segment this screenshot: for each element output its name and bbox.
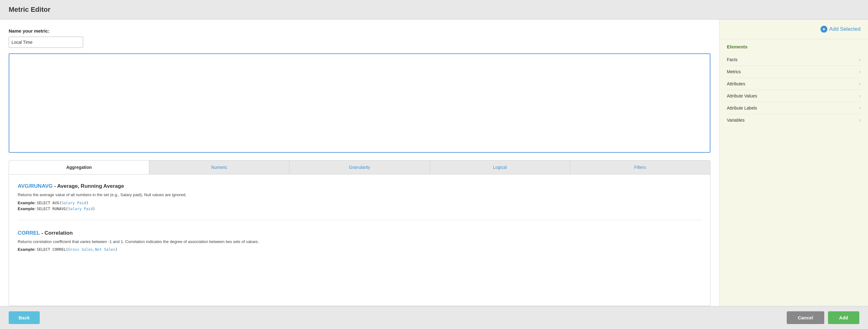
element-item-metrics[interactable]: Metrics ›: [727, 66, 861, 78]
element-label-attributes: Attributes: [727, 81, 745, 86]
metric-name-label: Name your metric:: [9, 28, 710, 33]
ex-suffix-1: ): [86, 201, 88, 205]
example-label-c1: Example:: [18, 247, 36, 252]
add-button[interactable]: Add: [828, 311, 859, 324]
function-block-correl: CORREL - Correlation Returns correlation…: [18, 230, 702, 261]
add-selected-bar: + Add Selected: [719, 20, 868, 39]
ex-prefix-2: SELECT RUNAVG(: [37, 207, 68, 211]
ex-prefix-1: SELECT AVG(: [37, 201, 61, 205]
element-label-attribute-labels: Attribute Labels: [727, 106, 757, 111]
back-button[interactable]: Back: [9, 311, 40, 324]
tabs-section: Aggregation Numeric Granularity Logical …: [9, 160, 710, 306]
elements-title: Elements: [727, 44, 861, 49]
bottom-bar: Back Cancel Add: [0, 306, 868, 329]
function-desc-avg: Returns the average value of all numbers…: [18, 192, 702, 198]
element-item-variables[interactable]: Variables ›: [727, 114, 861, 126]
add-selected-button[interactable]: + Add Selected: [820, 26, 861, 33]
element-item-attribute-values[interactable]: Attribute Values ›: [727, 90, 861, 102]
element-label-variables: Variables: [727, 118, 745, 123]
function-title-correl: CORREL - Correlation: [18, 230, 702, 236]
tab-filters[interactable]: Filters: [570, 160, 710, 174]
function-suffix-avg: - Average, Running Average: [53, 183, 124, 189]
tabs-header: Aggregation Numeric Granularity Logical …: [9, 160, 710, 174]
function-example-avg-2: Example: SELECT RUNAVG(Salary Paid): [18, 206, 702, 211]
chevron-right-icon: ›: [859, 57, 861, 62]
ex-param-2: Salary Paid: [68, 207, 93, 211]
formula-textarea[interactable]: [9, 53, 710, 153]
chevron-right-icon: ›: [859, 81, 861, 87]
tab-logical[interactable]: Logical: [430, 160, 570, 174]
ex-suffix-2: ): [93, 207, 95, 211]
page-title: Metric Editor: [9, 6, 50, 13]
ex-param-1: Salary Paid: [61, 201, 86, 205]
ex-prefix-c1: SELECT CORREL(: [37, 247, 68, 252]
tab-content: AVG/RUNAVG - Average, Running Average Re…: [9, 174, 710, 306]
ex-suffix-c1: ): [115, 247, 117, 252]
right-panel: + Add Selected Elements Facts › Metrics …: [719, 20, 868, 306]
tab-aggregation[interactable]: Aggregation: [9, 160, 149, 174]
function-desc-correl: Returns correlation coefficient that var…: [18, 239, 702, 245]
bottom-right-buttons: Cancel Add: [787, 311, 859, 324]
function-title-avg: AVG/RUNAVG - Average, Running Average: [18, 183, 702, 189]
elements-panel: Elements Facts › Metrics › Attributes › …: [719, 39, 868, 306]
function-example-correl-1: Example: SELECT CORREL(Gross Sales,Net S…: [18, 247, 702, 252]
add-selected-label: Add Selected: [829, 26, 861, 32]
chevron-right-icon: ›: [859, 105, 861, 111]
function-name-avg: AVG/RUNAVG: [18, 183, 53, 189]
chevron-right-icon: ›: [859, 117, 861, 123]
function-example-avg-1: Example: SELECT AVG(Salary Paid): [18, 201, 702, 205]
ex-param-c1: Gross Sales,Net Sales: [68, 247, 115, 252]
metric-name-input[interactable]: [9, 37, 83, 48]
example-label-2: Example:: [18, 206, 36, 211]
tab-numeric[interactable]: Numeric: [149, 160, 289, 174]
element-label-facts: Facts: [727, 57, 737, 62]
add-selected-icon: +: [820, 26, 827, 33]
element-item-facts[interactable]: Facts ›: [727, 54, 861, 66]
element-item-attribute-labels[interactable]: Attribute Labels ›: [727, 102, 861, 114]
function-name-correl: CORREL: [18, 230, 40, 236]
element-item-attributes[interactable]: Attributes ›: [727, 78, 861, 90]
chevron-right-icon: ›: [859, 69, 861, 74]
element-label-metrics: Metrics: [727, 69, 741, 74]
metric-editor-header: Metric Editor: [0, 0, 868, 20]
example-label-1: Example:: [18, 201, 36, 205]
chevron-right-icon: ›: [859, 93, 861, 99]
tab-granularity[interactable]: Granularity: [289, 160, 430, 174]
function-block-avg: AVG/RUNAVG - Average, Running Average Re…: [18, 183, 702, 220]
function-suffix-correl: - Correlation: [40, 230, 72, 236]
left-panel: Name your metric: Aggregation Numeric Gr…: [0, 20, 719, 306]
element-label-attribute-values: Attribute Values: [727, 93, 757, 98]
cancel-button[interactable]: Cancel: [787, 311, 824, 324]
